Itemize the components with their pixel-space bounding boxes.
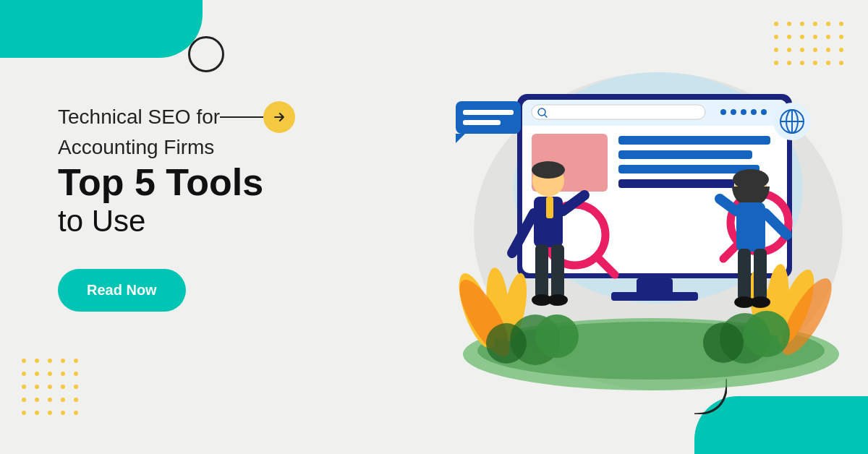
subtitle-line2: Accounting Firms	[58, 136, 295, 159]
circle-outline-decoration	[188, 36, 224, 72]
svg-point-59	[548, 294, 568, 306]
svg-point-45	[535, 314, 579, 358]
illustration-section	[391, 22, 854, 427]
svg-point-10	[731, 109, 736, 115]
svg-point-12	[751, 109, 757, 115]
svg-rect-21	[456, 101, 521, 134]
read-now-button[interactable]: Read Now	[58, 269, 186, 312]
arrow-circle-icon	[263, 101, 295, 133]
teal-decoration-top-left	[0, 0, 203, 58]
hero-title-bold: Top 5 Tools	[58, 162, 295, 203]
svg-point-61	[733, 169, 769, 189]
hero-title-regular: to Use	[58, 203, 295, 239]
hero-text-section: Technical SEO for Accounting Firms Top 5…	[58, 101, 295, 312]
svg-rect-67	[738, 249, 751, 301]
svg-rect-68	[754, 249, 767, 301]
svg-rect-56	[535, 244, 548, 299]
svg-point-51	[532, 161, 565, 179]
arrow-decoration	[220, 101, 295, 133]
svg-rect-6	[532, 105, 705, 119]
svg-point-11	[741, 109, 746, 115]
svg-point-49	[703, 322, 744, 363]
dots-grid-bottom-left	[22, 359, 81, 418]
subtitle-line1: Technical SEO for	[58, 101, 295, 133]
svg-rect-57	[551, 244, 564, 299]
svg-rect-18	[618, 179, 734, 188]
page-container: Technical SEO for Accounting Firms Top 5…	[0, 0, 868, 454]
hero-illustration	[391, 22, 854, 427]
svg-rect-16	[618, 150, 752, 159]
svg-rect-20	[611, 292, 698, 301]
svg-rect-15	[618, 136, 770, 145]
svg-point-70	[750, 296, 770, 308]
svg-point-48	[744, 311, 790, 357]
subtitle-text-line2: Accounting Firms	[58, 136, 214, 159]
svg-point-13	[761, 109, 767, 115]
svg-rect-19	[637, 278, 673, 294]
subtitle-text-line1: Technical SEO for	[58, 106, 220, 129]
svg-marker-22	[456, 134, 465, 143]
svg-rect-53	[546, 197, 553, 218]
svg-point-46	[486, 323, 527, 364]
svg-rect-24	[463, 120, 501, 125]
arrow-line	[220, 116, 263, 118]
svg-rect-23	[463, 110, 514, 115]
svg-point-9	[720, 109, 726, 115]
